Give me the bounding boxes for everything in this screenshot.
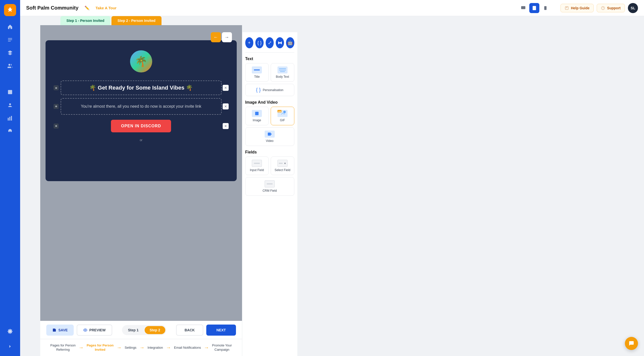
sidebar-users-icon[interactable] [5,60,16,71]
breadcrumb-arrow-5: → [204,345,209,350]
gif-widget[interactable]: GIF GIF [271,107,294,125]
svg-point-15 [603,9,603,9]
panel-code-icon-button[interactable]: { } [255,37,264,48]
canvas-wrapper: ← → 🌴 ⊕ 🌴 Get Ready for Some Island Vibe… [40,25,242,321]
sidebar-page-icon[interactable] [5,87,16,98]
bottom-left-actions: SAVE PREVIEW [46,325,112,336]
device-switcher [518,3,550,13]
image-video-title: Image And Video [245,100,294,105]
panel-robot-icon-button[interactable]: 🤖 [286,37,294,48]
sidebar-home-icon[interactable] [5,21,16,32]
input-field-widget[interactable]: Input Field [245,156,269,175]
step-indicator: Step 1 Step 2 [122,325,166,335]
bottom-bar: SAVE PREVIEW Step 1 Step 2 BACK NEXT [40,321,242,339]
next-button[interactable]: NEXT [206,325,236,336]
breadcrumb-settings[interactable]: Settings [125,346,136,349]
breadcrumb-arrow-3: → [139,345,144,350]
breadcrumb-invited[interactable]: Pages for PersonInvited [87,343,113,352]
support-button[interactable]: Support [597,4,625,12]
help-guide-button[interactable]: Help Guide [560,4,594,12]
save-button[interactable]: SAVE [46,325,74,336]
title-widget-icon [252,66,262,73]
step2-pill[interactable]: Step 2 [145,326,165,334]
preview-button[interactable]: PREVIEW [77,325,112,336]
title-drag-handle[interactable]: ⊕ [54,85,59,90]
input-field-icon [252,160,262,167]
breadcrumb-arrow-4: → [166,345,171,350]
title-delete-button[interactable]: ✕ [223,85,229,91]
svg-rect-6 [9,117,10,121]
body-text: You're almost there, all you need to do … [81,104,201,108]
body-drag-handle[interactable]: ⊕ [54,104,59,109]
panel-add-icon-button[interactable]: + [245,37,254,48]
personalisation-icon: { } [256,87,261,93]
sidebar-list-icon[interactable] [5,34,16,45]
svg-rect-5 [8,118,9,121]
breadcrumb-referring[interactable]: Pages for PersonReferring [50,343,75,352]
video-widget[interactable]: Video [245,127,294,146]
text-section: Text Title Body Text [245,57,294,96]
breadcrumb-promote[interactable]: Promote YourCampaign [212,343,232,352]
sidebar-rocket-icon[interactable] [5,126,16,137]
step-tabs: Step 1 - Person Invited Step 2 - Person … [40,16,242,25]
edit-title-icon[interactable]: ✏️ [85,6,90,10]
button-content-block: ⊕ OPEN IN DISCORD ✕ [61,120,222,132]
sidebar-team-icon[interactable] [5,100,16,111]
body-delete-button[interactable]: ✕ [223,103,229,109]
select-field-widget[interactable]: ▼ Select Field [271,156,294,175]
panel-share-icon-button[interactable]: ⤢ [266,37,274,48]
right-panel: + { } ⤢ ⧓ 🤖 Text Title [242,32,297,356]
svg-point-18 [256,112,257,113]
step2-tab[interactable]: Step 2 - Person Invited [111,16,162,25]
crm-field-widget[interactable]: CRM Field [245,177,294,196]
body-content-block: ⊕ You're almost there, all you need to d… [61,98,222,115]
tablet-view-button[interactable] [529,3,539,13]
sidebar-analytics-icon[interactable] [5,73,16,85]
select-field-label: Select Field [274,168,290,172]
user-avatar[interactable]: SL [628,3,638,13]
desktop-view-button[interactable] [518,3,528,13]
or-divider: or [140,138,142,142]
take-tour-link[interactable]: Take A Tour [96,6,116,10]
breadcrumb-bar: Pages for PersonReferring → Pages for Pe… [40,339,242,356]
bottom-right-actions: BACK NEXT [176,325,236,336]
title-content-block: ⊕ 🌴 Get Ready for Some Island Vibes 🌴 ✕ [61,81,222,95]
svg-rect-7 [11,116,12,121]
svg-point-10 [534,9,535,10]
personalisation-widget[interactable]: { } Personalisation [245,84,294,96]
open-discord-button[interactable]: OPEN IN DISCORD [111,120,171,132]
svg-point-22 [283,111,286,113]
panel-puzzle-icon-button[interactable]: ⧓ [276,37,284,48]
svg-point-16 [85,329,86,331]
body-text-widget[interactable]: Body Text [271,63,294,82]
step1-tab[interactable]: Step 1 - Person Invited [60,16,110,25]
image-widget[interactable]: Image [245,107,269,125]
title-widget[interactable]: Title [245,63,269,82]
breadcrumb-integration[interactable]: Integration [147,346,163,349]
next-arrow-button[interactable]: → [222,32,232,42]
canvas-area: Step 1 - Person Invited Step 2 - Person … [40,16,242,321]
mobile-view-button[interactable] [540,3,550,13]
button-delete-button[interactable]: ✕ [223,123,229,129]
sidebar-layers-icon[interactable] [5,47,16,58]
app-logo[interactable] [4,4,16,16]
video-widget-icon [265,131,275,138]
sidebar [0,0,20,356]
sidebar-bar-chart-icon[interactable] [5,113,16,124]
fields-widgets: Input Field ▼ Select Field [245,156,294,175]
panel-top-icons: + { } ⤢ ⧓ 🤖 [245,37,294,53]
button-drag-handle[interactable]: ⊕ [54,124,59,129]
title-block[interactable]: 🌴 Get Ready for Some Island Vibes 🌴 [61,81,222,95]
svg-text:GIF: GIF [278,110,281,113]
image-widget-icon [252,110,262,117]
body-block[interactable]: You're almost there, all you need to do … [61,98,222,115]
prev-arrow-button[interactable]: ← [211,32,221,42]
back-button[interactable]: BACK [176,325,203,336]
body-text-widget-icon [277,66,288,73]
sidebar-settings-icon[interactable] [5,326,16,337]
svg-rect-4 [8,90,12,94]
step1-pill[interactable]: Step 1 [123,326,144,334]
breadcrumb-email[interactable]: Email Notifications [174,346,201,349]
chat-support-button[interactable] [625,337,638,350]
sidebar-arrow-icon[interactable] [5,341,16,352]
